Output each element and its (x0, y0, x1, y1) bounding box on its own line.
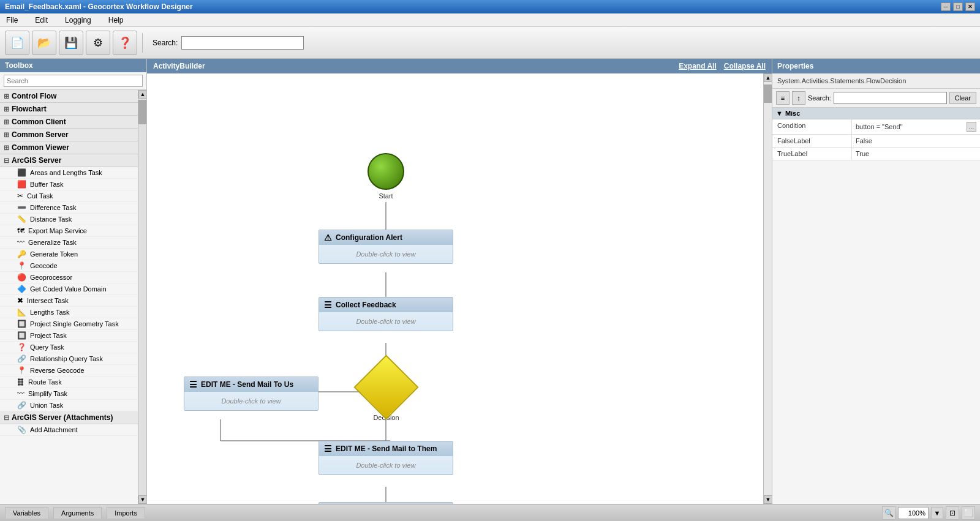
group-label: Common Client (12, 118, 66, 126)
scroll-down-button[interactable]: ▼ (138, 495, 146, 504)
toolbox-item-intersect[interactable]: ✖ Intersect Task (0, 295, 138, 307)
properties-title: Properties (777, 62, 813, 70)
item-label: Lengths Task (30, 309, 70, 316)
lengths-icon: 📐 (17, 308, 26, 317)
group-label: ArcGIS Server (12, 156, 61, 165)
properties-panel: Properties System.Activities.Statements.… (772, 59, 980, 504)
zoom-input[interactable] (898, 507, 929, 519)
canvas-scroll-thumb[interactable] (764, 84, 772, 103)
prop-tool-btn-2[interactable]: ↕ (792, 91, 805, 105)
collapse-all-button[interactable]: Collapse All (724, 62, 766, 70)
toolbox-item-route[interactable]: 🛤 Route Task (0, 377, 138, 388)
item-label: Intersect Task (27, 297, 69, 304)
group-label: Common Viewer (12, 143, 69, 152)
toolbox-item-cut[interactable]: ✂ Cut Task (0, 190, 138, 202)
toolbox-search-input[interactable] (4, 75, 143, 87)
save-button[interactable]: 💾 (59, 31, 83, 55)
variables-tab[interactable]: Variables (5, 507, 48, 519)
item-label: Relationship Query Task (30, 355, 103, 362)
fit-page-button[interactable]: ⊡ (946, 506, 959, 520)
scroll-thumb[interactable] (138, 100, 146, 124)
toolbox-scrollbar[interactable]: ▲ ▼ (138, 90, 146, 504)
menu-file[interactable]: File (2, 15, 21, 26)
thank-you-node[interactable]: ☰ Thank You! Double-click to view (318, 502, 453, 504)
toolbox-item-geoprocessor[interactable]: 🔴 Geoprocessor (0, 272, 138, 283)
imports-tab[interactable]: Imports (107, 507, 145, 519)
properties-header: Properties (772, 59, 980, 73)
canvas-scroll-up[interactable]: ▲ (764, 73, 772, 82)
prop-clear-button[interactable]: Clear (949, 92, 976, 104)
toolbox-item-geocode[interactable]: 📍 Geocode (0, 260, 138, 272)
toolbox-item-lengths[interactable]: 📐 Lengths Task (0, 307, 138, 318)
search-label: Search: (153, 39, 178, 47)
toolbox-item-difference[interactable]: ➖ Difference Task (0, 202, 138, 214)
decision-node[interactable]: Decision (363, 364, 409, 421)
coded-icon: 🔷 (17, 285, 26, 293)
expand-icon: ⊞ (4, 92, 9, 100)
maximize-button[interactable]: □ (953, 2, 963, 11)
prop-condition-edit-button[interactable]: … (967, 122, 976, 132)
settings-button[interactable]: ⚙ (86, 31, 110, 55)
menu-logging[interactable]: Logging (61, 15, 95, 26)
toolbox-item-buffer[interactable]: 🟥 Buffer Task (0, 179, 138, 190)
menu-help[interactable]: Help (105, 15, 127, 26)
toolbox-item-query[interactable]: ❓ Query Task (0, 342, 138, 353)
toolbox-item-areas-lengths[interactable]: ⬛ Areas and Lengths Task (0, 167, 138, 179)
group-label: Flowchart (12, 105, 47, 113)
toolbox-item-generate-token[interactable]: 🔑 Generate Token (0, 249, 138, 260)
toolbox-item-project-single[interactable]: 🔲 Project Single Geometry Task (0, 318, 138, 330)
geocode-icon: 📍 (17, 261, 26, 270)
prop-false-label-value: False (852, 135, 980, 147)
toolbox-list: ⊞ Control Flow ⊞ Flowchart ⊞ Common Clie… (0, 90, 138, 504)
route-icon: 🛤 (17, 378, 24, 386)
send-mail-them-node[interactable]: ☰ EDIT ME - Send Mail to Them Double-cli… (318, 441, 453, 475)
scroll-up-button[interactable]: ▲ (138, 90, 146, 99)
zoom-search-button[interactable]: 🔍 (882, 506, 895, 520)
toolbox-item-project[interactable]: 🔲 Project Task (0, 330, 138, 342)
fit-width-button[interactable]: ⬜ (962, 506, 975, 520)
open-button[interactable]: 📂 (32, 31, 56, 55)
toolbox-group-arcgis-server[interactable]: ⊟ ArcGIS Server (0, 154, 138, 167)
collect-feedback-title: Collect Feedback (336, 301, 396, 309)
toolbox-item-get-coded[interactable]: 🔷 Get Coded Value Domain (0, 283, 138, 295)
send-mail-us-node[interactable]: ☰ EDIT ME - Send Mail To Us Double-click… (184, 377, 318, 411)
canvas-scrollbar[interactable]: ▲ ▼ (763, 73, 772, 504)
help-button[interactable]: ❓ (113, 31, 137, 55)
new-button[interactable]: 📄 (5, 31, 29, 55)
toolbox-group-common-viewer[interactable]: ⊞ Common Viewer (0, 141, 138, 154)
toolbox-group-common-server[interactable]: ⊞ Common Server (0, 129, 138, 141)
canvas-scroll-down[interactable]: ▼ (764, 495, 772, 504)
toolbox-item-distance[interactable]: 📏 Distance Task (0, 214, 138, 225)
intersect-icon: ✖ (17, 296, 23, 305)
prop-condition-value: button = "Send" … (852, 119, 980, 134)
start-node[interactable]: Start (368, 153, 404, 200)
configuration-alert-node[interactable]: ⚠ Configuration Alert Double-click to vi… (318, 230, 453, 264)
toolbox-item-export-map[interactable]: 🗺 Export Map Service (0, 225, 138, 237)
collect-feedback-node[interactable]: ☰ Collect Feedback Double-click to view (318, 297, 453, 331)
prop-search-input[interactable] (834, 92, 947, 104)
toolbox-item-reverse-geocode[interactable]: 📍 Reverse Geocode (0, 365, 138, 377)
toolbox-group-common-client[interactable]: ⊞ Common Client (0, 116, 138, 129)
close-button[interactable]: ✕ (965, 2, 975, 11)
expand-all-button[interactable]: Expand All (679, 62, 717, 70)
properties-section-misc: ▼ Misc (772, 108, 980, 119)
toolbox-item-union[interactable]: 🔗 Union Task (0, 400, 138, 411)
toolbox-item-simplify[interactable]: 〰 Simplify Task (0, 388, 138, 400)
toolbox-item-relationship[interactable]: 🔗 Relationship Query Task (0, 353, 138, 365)
toolbox-item-generalize[interactable]: 〰 Generalize Task (0, 237, 138, 249)
search-input[interactable] (181, 36, 304, 50)
item-label: Cut Task (27, 192, 53, 200)
toolbox-group-flowchart[interactable]: ⊞ Flowchart (0, 103, 138, 116)
prop-tool-btn-1[interactable]: ≡ (776, 91, 790, 105)
toolbox-item-add-attachment[interactable]: 📎 Add Attachment (0, 424, 138, 436)
main-layout: Toolbox ⊞ Control Flow ⊞ Flowchart ⊞ (0, 59, 980, 504)
toolbox-group-arcgis-attachments[interactable]: ⊟ ArcGIS Server (Attachments) (0, 411, 138, 424)
simplify-icon: 〰 (17, 389, 24, 398)
toolbar-separator (142, 33, 143, 53)
item-label: Reverse Geocode (30, 367, 85, 374)
toolbox-group-control-flow[interactable]: ⊞ Control Flow (0, 90, 138, 103)
arguments-tab[interactable]: Arguments (53, 507, 102, 519)
menu-edit[interactable]: Edit (31, 15, 51, 26)
zoom-dropdown-button[interactable]: ▼ (931, 507, 943, 519)
minimize-button[interactable]: ─ (941, 2, 951, 11)
